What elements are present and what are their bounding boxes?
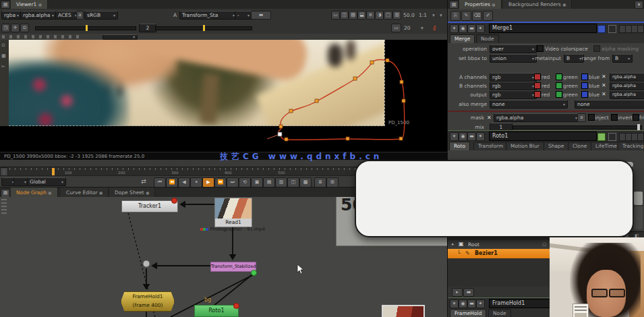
tab-dope-sheet[interactable]: Dope Sheet ● bbox=[109, 188, 155, 198]
tab-close-icon[interactable]: ● bbox=[146, 190, 149, 195]
node-read1[interactable]: Read1 bbox=[214, 198, 252, 227]
fstop-field[interactable]: 2 bbox=[139, 24, 156, 32]
fullscreen-icon[interactable]: ▭ bbox=[331, 11, 340, 20]
minimize-icon[interactable]: ▬ bbox=[467, 24, 476, 33]
center-node-icon[interactable]: ◉ bbox=[459, 24, 467, 33]
merge1-name-field[interactable]: Merge1 bbox=[489, 24, 597, 33]
tab-motion-blur[interactable]: Motion Blur bbox=[506, 142, 544, 150]
visibility-toggle[interactable]: ○ bbox=[542, 241, 546, 247]
props-scrollbar-track[interactable] bbox=[634, 206, 643, 229]
b-blue-checkbox[interactable] bbox=[581, 82, 588, 89]
out-red-checkbox[interactable] bbox=[534, 91, 541, 98]
collapse-icon[interactable]: ▾ bbox=[450, 299, 459, 308]
alpha-button[interactable]: a bbox=[76, 11, 84, 20]
wipe-mode-button[interactable]: ▬ bbox=[251, 11, 271, 20]
close-button[interactable] bbox=[637, 25, 644, 33]
tab-roto[interactable]: Roto bbox=[449, 142, 470, 150]
pause-display-icon[interactable]: ▢ bbox=[384, 11, 392, 20]
roi-icon[interactable]: ▨ bbox=[349, 11, 357, 20]
tab-lifetime[interactable]: LifeTime bbox=[591, 142, 622, 150]
node-framehold1[interactable]: FrameHold1 (frame 400) bbox=[121, 291, 175, 312]
viewer-layer-short-dropdown[interactable]: rgba▾ bbox=[1, 11, 22, 20]
tab-shape[interactable]: Shape bbox=[544, 142, 569, 150]
pane-icon[interactable]: ▤ bbox=[1, 1, 10, 9]
flipbook-button[interactable]: ≣ bbox=[314, 177, 326, 188]
tab-merge[interactable]: Merge bbox=[450, 34, 475, 43]
gamma-reset-icon[interactable]: ⊙ bbox=[20, 24, 29, 32]
range-mode-dropdown[interactable]: Global▾ bbox=[27, 177, 66, 186]
center-node-icon[interactable]: ◉ bbox=[459, 132, 467, 141]
node-roto1[interactable]: Roto1 bbox=[194, 305, 239, 317]
fullscreen-timeline-button[interactable]: ⊞ bbox=[326, 177, 339, 188]
play-forward-button[interactable]: ▶ bbox=[202, 177, 214, 188]
node-color-swatch[interactable] bbox=[597, 25, 606, 33]
pane-menu-icon[interactable]: ▾ bbox=[635, 1, 643, 9]
chevron-down-icon[interactable]: ▾ bbox=[440, 12, 442, 18]
viewer-wipe-dropdown[interactable]: -▾ bbox=[235, 11, 252, 20]
also-merge-field[interactable]: none bbox=[575, 100, 644, 109]
merge1-header[interactable]: ▾ ◉ ▬ ✦ Merge1 bbox=[448, 23, 644, 34]
gl-color-swatch[interactable] bbox=[608, 133, 616, 141]
chevron-down-icon[interactable]: ▾ bbox=[421, 25, 423, 31]
tab-close-icon[interactable]: ● bbox=[48, 190, 51, 195]
node-tracker1[interactable]: Tracker1 bbox=[121, 200, 178, 212]
tab-node[interactable]: Node bbox=[488, 309, 511, 317]
inject-checkbox[interactable] bbox=[588, 114, 595, 121]
keyframe-prev-button[interactable]: ▤ bbox=[263, 177, 275, 188]
frame-inc-button[interactable]: ▣ bbox=[251, 177, 263, 188]
loop-mode-icon[interactable]: ⇄ bbox=[138, 177, 150, 186]
annotate-pen-icon[interactable]: ✐ bbox=[430, 22, 442, 32]
tab-clone[interactable]: Clone bbox=[568, 142, 591, 150]
a-channels-dropdown[interactable]: rgb▾ bbox=[490, 73, 537, 82]
tab-framehold[interactable]: FrameHold bbox=[450, 309, 486, 317]
clip-warning-icon[interactable]: ⬓ bbox=[357, 11, 366, 20]
mask-x-icon[interactable]: ✕ bbox=[487, 115, 492, 121]
goto-start-button[interactable]: ⏮ bbox=[154, 177, 166, 188]
loop-button[interactable]: ⟲ bbox=[239, 177, 251, 188]
channels-rgb-icon[interactable]: ◳ bbox=[1, 24, 10, 32]
goto-end-button[interactable]: ⏭ bbox=[227, 177, 239, 188]
lock-icon[interactable]: ✦ bbox=[476, 24, 485, 33]
tab-background-renders[interactable]: Background Renders ● bbox=[503, 0, 572, 9]
a-blue-checkbox[interactable] bbox=[581, 74, 588, 80]
remove-shape-button[interactable]: ▬ bbox=[463, 288, 474, 297]
collapse-icon[interactable]: ▾ bbox=[450, 24, 459, 33]
play-backward-fast-button[interactable]: ⏪ bbox=[166, 177, 178, 188]
chevron-down-icon[interactable]: ▾ bbox=[432, 12, 435, 18]
bbox-dropdown[interactable]: union▾ bbox=[490, 54, 537, 63]
gain-slider-handle[interactable] bbox=[86, 25, 88, 31]
roto1-name-field[interactable]: Roto1 bbox=[489, 132, 597, 141]
b-alpha-link-field[interactable]: rgba.alpha bbox=[610, 82, 644, 90]
mini-node-thumbnail[interactable] bbox=[382, 305, 425, 317]
b-red-checkbox[interactable] bbox=[534, 82, 541, 89]
tab-node[interactable]: Node bbox=[476, 34, 499, 43]
range-last-button[interactable]: ▩ bbox=[299, 177, 312, 188]
edit-icon[interactable]: ✎ bbox=[461, 11, 471, 21]
lock-icon[interactable]: ✦ bbox=[476, 299, 485, 308]
keep-open-icon[interactable]: ⎘ bbox=[450, 11, 461, 21]
b-alpha-x-icon[interactable]: ✕ bbox=[602, 82, 606, 88]
rangefrom-dropdown[interactable]: B▾ bbox=[612, 54, 633, 63]
refresh-icon[interactable]: ◑ bbox=[375, 11, 384, 20]
tab-transform[interactable]: Transform bbox=[473, 142, 508, 150]
pane-icon[interactable]: ▤ bbox=[449, 1, 459, 9]
gamma-slider[interactable] bbox=[155, 26, 252, 30]
invert-checkbox[interactable] bbox=[611, 114, 618, 121]
zoom-fit-icon[interactable]: ▭ bbox=[391, 24, 401, 32]
gain-reset-icon[interactable]: ✛ bbox=[11, 24, 20, 32]
out-alpha-x-icon[interactable]: ✕ bbox=[602, 91, 606, 97]
range-first-button[interactable]: ◫ bbox=[287, 177, 299, 188]
roto-spline[interactable] bbox=[0, 40, 447, 152]
also-merge-dropdown[interactable]: none▾ bbox=[490, 100, 568, 109]
tab-node-graph[interactable]: Node Graph ● bbox=[11, 188, 58, 198]
viewer-lut-dropdown[interactable]: sRGB▾ bbox=[84, 11, 118, 20]
b-channels-dropdown[interactable]: rgb▾ bbox=[490, 82, 537, 90]
viewer-a-node-dropdown[interactable]: Transform_Sta▾ bbox=[179, 11, 237, 20]
proxy-icon[interactable]: ◫ bbox=[340, 11, 349, 20]
stereo-icon[interactable]: ▥ bbox=[392, 11, 401, 20]
center-node-icon[interactable]: ◉ bbox=[459, 299, 467, 308]
lock-icon[interactable]: ✦ bbox=[476, 132, 485, 141]
a-green-checkbox[interactable] bbox=[556, 74, 562, 80]
pause-button[interactable]: ⏸ bbox=[190, 177, 202, 188]
tab-close-icon[interactable]: ● bbox=[99, 190, 103, 195]
